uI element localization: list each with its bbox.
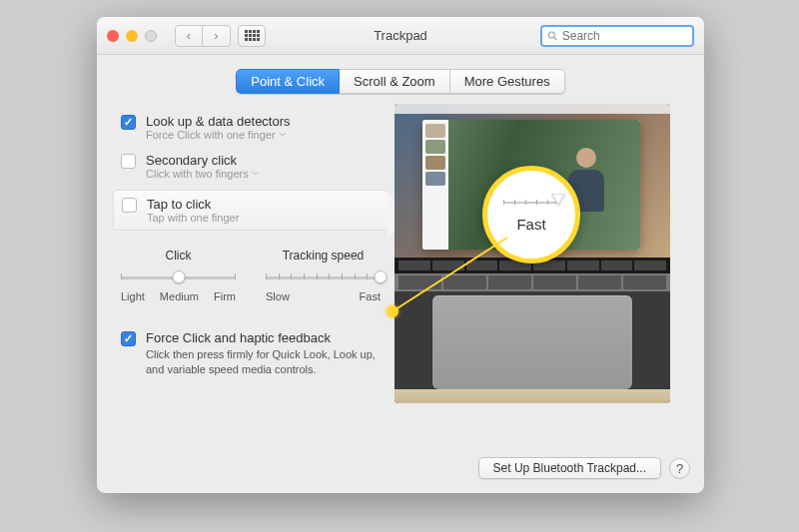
- traffic-lights: [107, 30, 157, 42]
- option-secondary: Secondary click Click with two fingers ﹀: [121, 147, 381, 186]
- grid-icon: [245, 30, 260, 41]
- zoom-icon[interactable]: [145, 30, 157, 42]
- forward-button[interactable]: ›: [203, 25, 231, 47]
- search-input[interactable]: [562, 29, 687, 43]
- svg-line-1: [554, 37, 557, 40]
- tracking-slider[interactable]: [266, 268, 381, 286]
- click-slider-group: Click Light Medium Firm: [121, 249, 236, 302]
- tab-point-click[interactable]: Point & Click: [236, 69, 340, 94]
- slider-knob-icon: [551, 194, 565, 206]
- secondary-title: Secondary click: [146, 153, 381, 168]
- trackpad-preview: Fast: [395, 104, 670, 403]
- click-slider[interactable]: [121, 268, 236, 286]
- svg-point-0: [548, 31, 554, 37]
- search-field[interactable]: [540, 25, 694, 47]
- titlebar: ‹ › Trackpad: [97, 17, 704, 55]
- annotation-dot: [387, 305, 399, 317]
- window-title: Trackpad: [374, 28, 427, 43]
- content: Look up & data detectors Force Click wit…: [97, 104, 704, 403]
- help-button[interactable]: ?: [669, 458, 690, 479]
- callout-label: Fast: [516, 216, 545, 233]
- bluetooth-trackpad-button[interactable]: Set Up Bluetooth Trackpad...: [478, 457, 661, 479]
- chevron-down-icon: ﹀: [252, 169, 260, 180]
- preferences-window: ‹ › Trackpad Point & Click Scroll & Zoom…: [97, 17, 704, 493]
- close-icon[interactable]: [107, 30, 119, 42]
- minimize-icon[interactable]: [126, 30, 138, 42]
- option-tap-to-click: Tap to click Tap with one finger: [113, 190, 389, 231]
- options-panel: Look up & data detectors Force Click wit…: [107, 104, 387, 403]
- nav-buttons: ‹ ›: [175, 25, 231, 47]
- show-all-button[interactable]: [238, 25, 266, 47]
- force-title: Force Click and haptic feedback: [146, 330, 381, 345]
- secondary-checkbox[interactable]: [121, 154, 136, 169]
- tab-more-gestures[interactable]: More Gestures: [450, 69, 565, 94]
- sliders: Click Light Medium Firm Tracking speed: [121, 249, 381, 302]
- search-icon: [547, 30, 558, 42]
- click-label: Click: [121, 249, 236, 263]
- back-button[interactable]: ‹: [175, 25, 203, 47]
- tab-scroll-zoom[interactable]: Scroll & Zoom: [340, 69, 450, 94]
- preview-panel: Fast: [387, 104, 694, 403]
- tracking-label: Tracking speed: [266, 249, 381, 263]
- option-lookup: Look up & data detectors Force Click wit…: [121, 108, 381, 147]
- lookup-checkbox[interactable]: [121, 115, 136, 130]
- trackpad-image: [432, 295, 632, 389]
- force-click-section: Force Click and haptic feedback Click th…: [121, 330, 381, 378]
- tap-title: Tap to click: [147, 197, 380, 212]
- chevron-down-icon: ﹀: [279, 130, 287, 141]
- tab-bar: Point & Click Scroll & Zoom More Gesture…: [97, 69, 704, 94]
- tracking-slider-group: Tracking speed Slow Fast: [266, 249, 381, 302]
- force-checkbox[interactable]: [121, 331, 136, 346]
- lookup-dropdown[interactable]: Force Click with one finger ﹀: [146, 129, 381, 141]
- secondary-dropdown[interactable]: Click with two fingers ﹀: [146, 168, 381, 180]
- callout-bubble: Fast: [482, 166, 580, 264]
- lookup-title: Look up & data detectors: [146, 114, 381, 129]
- force-desc: Click then press firmly for Quick Look, …: [146, 347, 381, 378]
- tap-subtitle: Tap with one finger: [147, 212, 380, 224]
- footer: Set Up Bluetooth Trackpad... ?: [478, 457, 690, 479]
- tap-checkbox[interactable]: [122, 198, 137, 213]
